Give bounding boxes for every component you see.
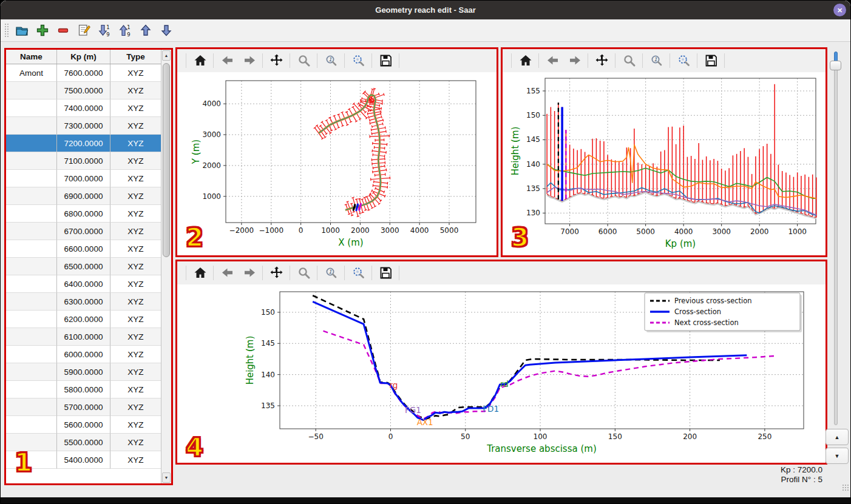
table-row[interactable]: Amont7600.0000XYZ bbox=[6, 64, 161, 82]
plot-button-zoom-one[interactable]: 1 bbox=[647, 52, 665, 70]
profile-chart[interactable]: 7000600050004000300020001000130135140145… bbox=[503, 72, 826, 255]
table-cell: 5800.0000 bbox=[57, 381, 110, 398]
plot-button-zoom[interactable] bbox=[294, 52, 313, 70]
table-row[interactable]: 7400.0000XYZ bbox=[6, 99, 161, 117]
plot-button-save[interactable] bbox=[702, 52, 720, 70]
toolbar-separator bbox=[213, 53, 214, 68]
svg-text:4000: 4000 bbox=[410, 226, 429, 235]
table-row[interactable]: 6500.0000XYZ bbox=[6, 258, 161, 275]
table-row[interactable]: 5900.0000XYZ bbox=[6, 363, 161, 381]
plan-chart[interactable]: −2000−1000010002000300040005000100020003… bbox=[177, 72, 497, 255]
table-header-kp-m-[interactable]: Kp (m) bbox=[57, 50, 110, 64]
table-row[interactable]: 7100.0000XYZ bbox=[6, 152, 161, 170]
toolbar-button-open[interactable] bbox=[13, 21, 32, 39]
table-scrollbar[interactable]: ▲ ▼ bbox=[161, 50, 171, 483]
toolbar-separator bbox=[724, 53, 725, 68]
plot-button-zoom[interactable] bbox=[294, 264, 313, 282]
plot-button-home[interactable] bbox=[191, 264, 209, 282]
table-scroll-thumb[interactable] bbox=[163, 63, 170, 257]
table-scroll-down-icon[interactable]: ▼ bbox=[162, 472, 171, 483]
plot-button-forward[interactable] bbox=[240, 52, 258, 70]
plot-button-save[interactable] bbox=[376, 264, 395, 282]
table-row[interactable]: 5700.0000XYZ bbox=[6, 398, 161, 416]
plot-button-back[interactable] bbox=[543, 52, 561, 70]
table-row[interactable]: 7300.0000XYZ bbox=[6, 117, 161, 135]
plot-button-zoom-region[interactable] bbox=[674, 52, 693, 70]
toolbar-grip[interactable] bbox=[4, 23, 8, 38]
plot-button-back[interactable] bbox=[218, 264, 236, 282]
table-row[interactable]: 5600.0000XYZ bbox=[6, 416, 161, 434]
table-cell: XYZ bbox=[110, 293, 161, 311]
plot-button-pan[interactable] bbox=[267, 52, 285, 70]
close-button[interactable]: ✕ bbox=[833, 4, 846, 16]
table-header-name[interactable]: Name bbox=[6, 50, 57, 64]
table-scroll-up-icon[interactable]: ▲ bbox=[162, 50, 171, 61]
toolbar-separator bbox=[290, 53, 290, 68]
table-row[interactable]: 6600.0000XYZ bbox=[6, 240, 161, 258]
toolbar-button-sort-asc[interactable]: 19 bbox=[117, 21, 135, 39]
svg-text:Previous cross-section: Previous cross-section bbox=[674, 297, 752, 305]
plot-button-zoom-one[interactable]: 1 bbox=[322, 52, 340, 70]
profile-up-button[interactable]: ▲ bbox=[826, 429, 849, 445]
table-row[interactable]: 6800.0000XYZ bbox=[6, 205, 161, 223]
profile-slider-track[interactable] bbox=[834, 52, 838, 425]
table-row[interactable]: 6000.0000XYZ bbox=[6, 346, 161, 363]
svg-text:Height (m): Height (m) bbox=[510, 127, 521, 176]
plot-button-back[interactable] bbox=[218, 52, 236, 70]
toolbar-button-move-down[interactable] bbox=[158, 21, 176, 39]
table-row[interactable]: 7000.0000XYZ bbox=[6, 170, 161, 187]
plot-button-pan[interactable] bbox=[592, 52, 611, 70]
toolbar-button-sort-desc[interactable]: 19 bbox=[96, 21, 114, 39]
table-cell: 6100.0000 bbox=[57, 328, 110, 346]
table-row[interactable]: 6900.0000XYZ bbox=[6, 187, 161, 205]
table-row[interactable]: 6400.0000XYZ bbox=[6, 275, 161, 293]
plot-button-zoom-region[interactable] bbox=[349, 52, 367, 70]
sort-desc-icon: 19 bbox=[97, 23, 112, 38]
save-icon bbox=[704, 53, 719, 68]
plot-button-zoom-one[interactable]: 1 bbox=[322, 264, 340, 282]
toolbar-button-move-up[interactable] bbox=[137, 21, 155, 39]
svg-text:135: 135 bbox=[526, 184, 540, 193]
table-row[interactable]: 6700.0000XYZ bbox=[6, 223, 161, 240]
cross-section-chart[interactable]: −50050100150200250135140145150Transverse… bbox=[177, 284, 826, 463]
table-row[interactable]: 7500.0000XYZ bbox=[6, 82, 161, 99]
svg-text:2000: 2000 bbox=[351, 226, 370, 235]
profile-down-button[interactable]: ▼ bbox=[826, 448, 849, 464]
plot-button-save[interactable] bbox=[376, 52, 395, 70]
svg-text:250: 250 bbox=[758, 432, 771, 441]
svg-text:1: 1 bbox=[654, 56, 657, 62]
table-cell: 5400.0000 bbox=[57, 451, 110, 469]
plot-button-forward[interactable] bbox=[240, 264, 258, 282]
table-cell bbox=[6, 258, 57, 275]
table-cell bbox=[6, 117, 57, 135]
table-cell bbox=[6, 82, 57, 99]
toolbar-button-remove[interactable] bbox=[55, 21, 73, 39]
plot-button-home[interactable] bbox=[191, 52, 209, 70]
table-cell bbox=[6, 398, 57, 416]
table-row[interactable]: 5800.0000XYZ bbox=[6, 381, 161, 398]
plot-button-zoom[interactable] bbox=[620, 52, 638, 70]
table-header-type[interactable]: Type bbox=[110, 50, 161, 64]
svg-text:1000: 1000 bbox=[788, 227, 807, 236]
toolbar-button-add[interactable] bbox=[34, 21, 52, 39]
cross-sections-table-panel: NameKp (m)TypeAmont7600.0000XYZ7500.0000… bbox=[4, 48, 173, 485]
table-row[interactable]: 6300.0000XYZ bbox=[6, 293, 161, 311]
table-cell: 7300.0000 bbox=[57, 117, 110, 135]
table-row[interactable]: 6100.0000XYZ bbox=[6, 328, 161, 346]
resize-grip[interactable] bbox=[842, 484, 849, 491]
table-row[interactable]: 6200.0000XYZ bbox=[6, 311, 161, 328]
home-icon bbox=[192, 53, 208, 68]
table-row[interactable]: 7200.0000XYZ bbox=[6, 135, 161, 152]
svg-text:5000: 5000 bbox=[636, 227, 655, 236]
toolbar-button-edit[interactable] bbox=[75, 21, 93, 39]
plot-button-zoom-region[interactable] bbox=[349, 264, 367, 282]
plot-button-home[interactable] bbox=[516, 52, 534, 70]
table-cell: 6000.0000 bbox=[57, 346, 110, 363]
save-icon bbox=[378, 265, 393, 280]
profile-slider-handle[interactable] bbox=[830, 61, 841, 70]
table-cell: XYZ bbox=[110, 434, 161, 451]
plot-button-forward[interactable] bbox=[565, 52, 583, 70]
toolbar-separator bbox=[511, 53, 512, 68]
table-cell bbox=[6, 416, 57, 434]
plot-button-pan[interactable] bbox=[267, 264, 285, 282]
